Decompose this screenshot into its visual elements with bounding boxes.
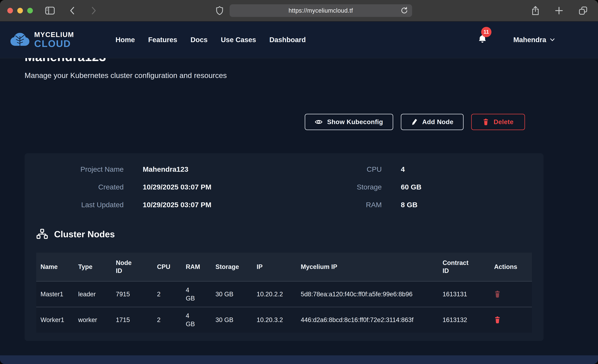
cell-type: leader xyxy=(74,281,112,307)
column-header-ip: IP xyxy=(252,253,296,281)
reload-icon[interactable] xyxy=(400,7,408,15)
detail-value: 60 GB xyxy=(401,183,532,191)
show-kubeconfig-button[interactable]: Show Kubeconfig xyxy=(305,114,393,130)
maximize-window-button[interactable] xyxy=(27,8,33,13)
trash-icon xyxy=(494,290,501,298)
column-header-cpu: CPU xyxy=(153,253,181,281)
details-grid: Project Name Mahendra123 CPU 4 Created 1… xyxy=(36,165,532,209)
detail-label: Storage xyxy=(311,183,382,191)
column-header-type: Type xyxy=(74,253,112,281)
close-window-button[interactable] xyxy=(7,8,13,13)
traffic-lights xyxy=(7,8,33,13)
user-menu[interactable]: Mahendra xyxy=(513,36,555,44)
detail-label: Project Name xyxy=(36,165,124,173)
trash-icon xyxy=(494,316,501,323)
cell-node-id: 1715 xyxy=(112,307,153,333)
logo[interactable]: MYCELIUM CLOUD xyxy=(10,31,74,49)
cell-storage: 30 GB xyxy=(211,281,252,307)
share-icon[interactable] xyxy=(531,6,540,16)
minimize-window-button[interactable] xyxy=(17,8,23,13)
user-name: Mahendra xyxy=(513,36,546,44)
mycelium-cloud-logo-icon xyxy=(10,32,30,48)
shield-icon[interactable] xyxy=(216,6,223,15)
delete-label: Delete xyxy=(494,118,514,126)
cell-type: worker xyxy=(74,307,112,333)
url-text: https://myceliumcloud.tf xyxy=(289,7,353,14)
cluster-details-panel: Project Name Mahendra123 CPU 4 Created 1… xyxy=(25,153,544,341)
column-header-actions: Actions xyxy=(490,253,532,281)
add-node-label: Add Node xyxy=(422,118,453,126)
table-row-master1: Master1leader791524 GB30 GB10.20.2.25d8:… xyxy=(36,281,532,307)
eye-icon xyxy=(315,119,323,125)
trash-icon xyxy=(483,118,489,125)
cell-node-id: 7915 xyxy=(112,281,153,307)
column-header-node-id: Node ID xyxy=(112,253,153,281)
cell-mycelium-ip: 446:d2a6:8bcd:8c16:ff0f:72e2:3114:863f xyxy=(296,307,438,333)
nodes-table-header-row: NameTypeNode IDCPURAMStorageIPMycelium I… xyxy=(36,253,532,281)
cell-contract-id: 1613131 xyxy=(438,281,490,307)
main-content: Mahendra123 Manage your Kubernetes clust… xyxy=(0,50,598,341)
pencil-icon xyxy=(411,118,418,126)
cell-mycelium-ip: 5d8:78ea:a120:f40c:ff0f:a5fe:99e6:8b96 xyxy=(296,281,438,307)
column-header-ram: RAM xyxy=(181,253,211,281)
detail-value: 4 xyxy=(401,165,532,173)
address-bar[interactable]: https://myceliumcloud.tf xyxy=(230,4,412,17)
site-navbar: MYCELIUM CLOUD Home Features Docs Use Ca… xyxy=(0,22,598,58)
cell-ip: 10.20.3.2 xyxy=(252,307,296,333)
cell-ip: 10.20.2.2 xyxy=(252,281,296,307)
detail-value: 10/29/2025 03:07 PM xyxy=(143,183,292,191)
browser-window: https://myceliumcloud.tf xyxy=(0,0,598,364)
notification-badge: 11 xyxy=(481,27,491,37)
logo-line1: MYCELIUM xyxy=(34,31,74,38)
show-kubeconfig-label: Show Kubeconfig xyxy=(327,118,383,126)
forward-button-icon[interactable] xyxy=(91,6,97,15)
detail-label: CPU xyxy=(311,165,382,173)
column-header-mycelium-ip: Mycelium IP xyxy=(296,253,438,281)
nav-link-use-cases[interactable]: Use Cases xyxy=(221,36,256,44)
page-subtitle: Manage your Kubernetes cluster configura… xyxy=(25,71,544,80)
nav-link-docs[interactable]: Docs xyxy=(191,36,208,44)
notifications-button[interactable]: 11 xyxy=(478,34,487,45)
sidebar-toggle-icon[interactable] xyxy=(45,7,55,15)
cell-ram: 4 GB xyxy=(181,307,211,333)
cluster-nodes-header: Cluster Nodes xyxy=(36,229,532,240)
new-tab-icon[interactable] xyxy=(555,7,563,15)
detail-label: RAM xyxy=(311,201,382,209)
table-row-worker1: Worker1worker171524 GB30 GB10.20.3.2446:… xyxy=(36,307,532,333)
back-button-icon[interactable] xyxy=(69,6,75,15)
chevron-down-icon xyxy=(550,38,555,41)
nav-right: 11 Mahendra xyxy=(478,34,555,45)
cell-name: Worker1 xyxy=(36,307,74,333)
cell-storage: 30 GB xyxy=(211,307,252,333)
cell-cpu: 2 xyxy=(153,281,181,307)
desktop-background: https://myceliumcloud.tf xyxy=(0,0,598,364)
chrome-right-icons xyxy=(531,6,588,16)
cell-actions xyxy=(490,307,532,333)
section-title: Cluster Nodes xyxy=(54,229,115,239)
logo-line2: CLOUD xyxy=(34,39,74,49)
logo-text: MYCELIUM CLOUD xyxy=(34,31,74,49)
cluster-nodes-table: NameTypeNode IDCPURAMStorageIPMycelium I… xyxy=(36,253,532,333)
column-header-storage: Storage xyxy=(211,253,252,281)
nav-links: Home Features Docs Use Cases Dashboard xyxy=(116,36,306,44)
nav-link-features[interactable]: Features xyxy=(148,36,177,44)
detail-value: 8 GB xyxy=(401,201,532,209)
cell-cpu: 2 xyxy=(153,307,181,333)
nav-link-home[interactable]: Home xyxy=(116,36,135,44)
nav-link-dashboard[interactable]: Dashboard xyxy=(269,36,306,44)
url-zone: https://myceliumcloud.tf xyxy=(97,4,531,17)
browser-chrome: https://myceliumcloud.tf xyxy=(0,0,598,22)
cell-ram: 4 GB xyxy=(181,281,211,307)
cell-contract-id: 1613132 xyxy=(438,307,490,333)
detail-label: Last Updated xyxy=(36,201,124,209)
nodes-table-body: Master1leader791524 GB30 GB10.20.2.25d8:… xyxy=(36,281,532,333)
network-icon xyxy=(36,229,48,240)
detail-value: 10/29/2025 03:07 PM xyxy=(143,201,292,209)
delete-cluster-button[interactable]: Delete xyxy=(471,114,525,130)
cell-actions xyxy=(490,281,532,307)
delete-node-button[interactable] xyxy=(494,290,501,298)
column-header-contract-id: Contract ID xyxy=(438,253,490,281)
add-node-button[interactable]: Add Node xyxy=(401,114,464,130)
tab-overview-icon[interactable] xyxy=(578,6,588,15)
delete-node-button[interactable] xyxy=(494,316,501,323)
